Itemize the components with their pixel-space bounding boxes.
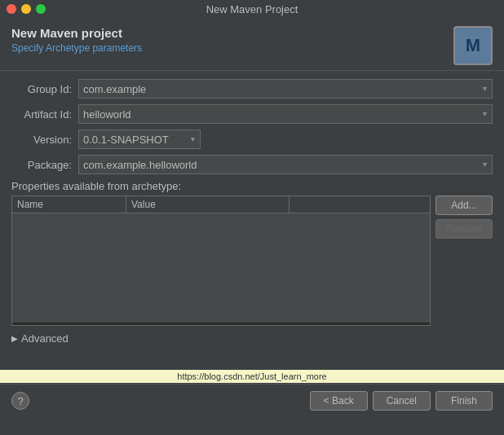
artifact-id-select[interactable]: helloworld	[78, 104, 493, 124]
package-label: Package:	[11, 159, 78, 171]
package-row: Package: com.example.helloworld	[11, 155, 493, 174]
advanced-arrow-icon: ▶	[11, 334, 18, 343]
extra-column-header	[290, 196, 430, 213]
version-select[interactable]: 0.0.1-SNAPSHOT	[78, 130, 201, 149]
window-title: New Maven Project	[206, 3, 298, 15]
version-select-wrapper[interactable]: 0.0.1-SNAPSHOT	[78, 130, 201, 149]
finish-button[interactable]: Finish	[435, 391, 493, 411]
properties-table: Name Value	[11, 196, 431, 326]
version-row: Version: 0.0.1-SNAPSHOT	[11, 130, 493, 149]
window-controls[interactable]	[7, 4, 46, 14]
version-label: Version:	[11, 134, 78, 146]
cancel-button[interactable]: Cancel	[373, 391, 431, 411]
value-column-header: Value	[126, 196, 290, 213]
artifact-id-label: Artifact Id:	[11, 108, 78, 121]
advanced-label: Advanced	[21, 332, 69, 345]
maximize-button[interactable]	[36, 4, 46, 14]
table-buttons: Add... Remove	[435, 196, 493, 326]
back-button[interactable]: < Back	[310, 391, 368, 411]
group-id-row: Group Id: com.example	[11, 79, 493, 99]
package-select-wrapper[interactable]: com.example.helloworld	[78, 155, 493, 174]
name-column-header: Name	[12, 196, 126, 213]
properties-table-container: Name Value Add... Remove	[11, 196, 493, 326]
artifact-id-row: Artifact Id: helloworld	[11, 104, 493, 124]
minimize-button[interactable]	[21, 4, 31, 14]
artifact-id-select-wrapper[interactable]: helloworld	[78, 104, 493, 124]
tooltip-bar: https://blog.csdn.net/Just_learn_more	[0, 370, 504, 383]
properties-label: Properties available from archetype:	[11, 180, 493, 192]
table-header: Name Value	[12, 196, 430, 213]
maven-icon: M	[453, 26, 493, 65]
advanced-section[interactable]: ▶ Advanced	[11, 332, 493, 345]
remove-button[interactable]: Remove	[435, 219, 493, 239]
footer-left: ?	[11, 392, 29, 410]
table-body	[12, 213, 430, 323]
main-content: New Maven project Specify Archetype para…	[0, 18, 504, 417]
header-text: New Maven project Specify Archetype para…	[11, 26, 142, 54]
title-bar: New Maven Project	[0, 0, 504, 18]
group-id-select-wrapper[interactable]: com.example	[78, 79, 493, 99]
help-button[interactable]: ?	[11, 392, 29, 410]
group-id-select[interactable]: com.example	[78, 79, 493, 99]
add-button[interactable]: Add...	[435, 196, 493, 215]
footer-right: < Back Cancel Finish	[310, 391, 493, 411]
dialog-footer: ? < Back Cancel Finish	[0, 384, 504, 417]
dialog-header: New Maven project Specify Archetype para…	[0, 18, 504, 71]
close-button[interactable]	[7, 4, 16, 14]
dialog-subtitle: Specify Archetype parameters	[11, 42, 142, 54]
package-select[interactable]: com.example.helloworld	[78, 155, 493, 174]
group-id-label: Group Id:	[11, 83, 78, 95]
dialog-body: Group Id: com.example Artifact Id: hello…	[0, 71, 504, 353]
dialog-title: New Maven project	[11, 26, 142, 40]
